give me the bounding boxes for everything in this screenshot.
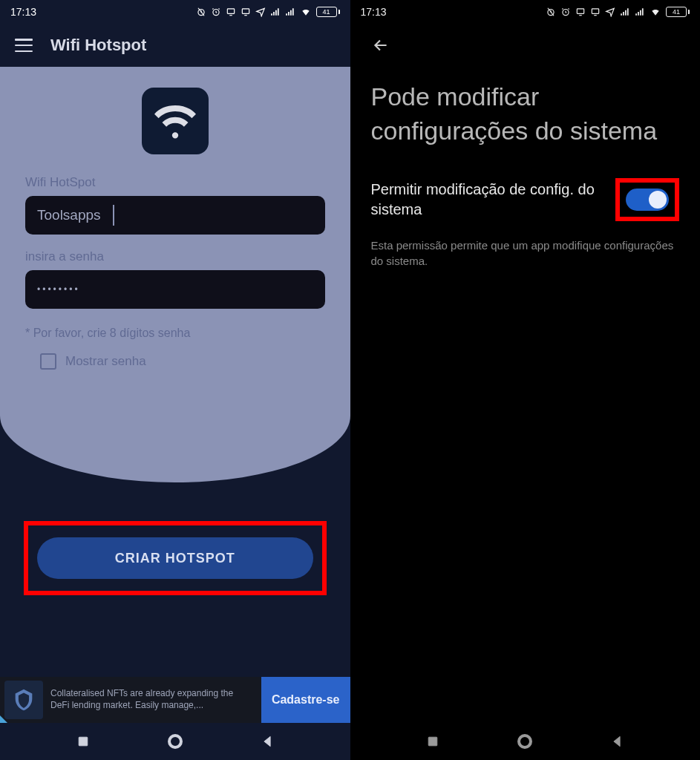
phone-right: 17:13 41 Pode modificar configurações do… — [350, 0, 701, 760]
svg-rect-10 — [429, 737, 438, 746]
battery-icon: 41 — [666, 7, 690, 17]
nav-recent-button[interactable] — [425, 734, 440, 749]
status-time: 17:13 — [10, 6, 36, 18]
text-cursor — [113, 205, 114, 226]
permission-label: Permitir modificação de config. do siste… — [371, 180, 607, 220]
permission-toggle[interactable] — [626, 189, 669, 211]
highlight-box-toggle — [615, 178, 679, 221]
signal-icon — [620, 7, 630, 17]
show-password-checkbox[interactable] — [40, 353, 56, 370]
location-icon — [255, 7, 266, 17]
back-button[interactable] — [371, 36, 390, 55]
svg-rect-3 — [242, 9, 249, 13]
battery-icon: 41 — [316, 7, 340, 17]
nav-back-button[interactable] — [260, 734, 275, 749]
permission-row: Permitir modificação de config. do siste… — [371, 178, 680, 221]
signal-icon — [270, 7, 281, 17]
page-title: Pode modificar configurações do sistema — [371, 80, 680, 148]
svg-rect-4 — [79, 737, 88, 746]
show-password-row: Mostrar senha — [25, 353, 325, 370]
svg-point-11 — [519, 736, 531, 747]
svg-rect-2 — [227, 9, 234, 13]
status-icons: 41 — [546, 7, 690, 17]
wifi-logo-icon — [142, 88, 209, 154]
alarm-icon — [211, 7, 221, 17]
app-body: Wifi HotSpot insira a senha * Por favor,… — [0, 67, 350, 760]
phone-left: 17:13 41 Wifi Hotspot Wifi HotSpot — [0, 0, 350, 760]
app-title: Wifi Hotspot — [50, 36, 146, 55]
screen-icon — [226, 7, 236, 17]
adchoices-icon[interactable] — [0, 715, 7, 723]
app-bar: Wifi Hotspot — [0, 24, 350, 67]
password-input[interactable] — [25, 270, 325, 309]
location-icon — [605, 7, 615, 17]
status-bar: 17:13 41 — [350, 0, 701, 24]
nav-bar — [0, 723, 350, 760]
svg-rect-9 — [592, 9, 598, 13]
password-hint: * Por favor, crie 8 dígitos senha — [25, 327, 325, 340]
show-password-label: Mostrar senha — [65, 354, 146, 369]
nav-bar — [350, 723, 701, 760]
password-label: insira a senha — [25, 249, 325, 264]
svg-rect-8 — [577, 9, 583, 13]
signal-icon — [285, 7, 295, 17]
alarm-off-icon — [196, 7, 206, 17]
screen-icon — [241, 7, 251, 17]
alarm-off-icon — [546, 7, 556, 17]
nav-back-button[interactable] — [609, 734, 624, 749]
nav-recent-button[interactable] — [76, 734, 91, 749]
screen-icon — [590, 7, 601, 17]
screen-icon — [575, 7, 586, 17]
signal-icon — [635, 7, 645, 17]
permission-description: Esta permissão permite que um app modifi… — [371, 238, 680, 269]
menu-icon[interactable] — [15, 39, 33, 52]
create-hotspot-button[interactable]: CRIAR HOTSPOT — [37, 537, 313, 579]
toggle-knob — [649, 191, 667, 209]
wifi-icon — [650, 7, 661, 17]
status-bar: 17:13 41 — [0, 0, 350, 24]
ad-banner[interactable]: Collateralised NFTs are already expandin… — [0, 677, 350, 723]
alarm-icon — [560, 7, 571, 17]
highlight-box-create: CRIAR HOTSPOT — [24, 521, 327, 595]
status-time: 17:13 — [361, 6, 387, 18]
status-icons: 41 — [196, 7, 340, 17]
ad-cta-button[interactable]: Cadastre-se — [261, 677, 350, 723]
ad-text: Collateralised NFTs are already expandin… — [43, 688, 261, 711]
nav-home-button[interactable] — [516, 733, 534, 750]
nav-home-button[interactable] — [166, 733, 184, 750]
svg-point-5 — [169, 736, 181, 747]
ssid-input[interactable] — [25, 196, 325, 235]
settings-body: Pode modificar configurações do sistema … — [350, 24, 701, 269]
wifi-icon — [300, 7, 312, 17]
ssid-label: Wifi HotSpot — [25, 175, 325, 190]
ad-app-icon — [4, 681, 43, 719]
